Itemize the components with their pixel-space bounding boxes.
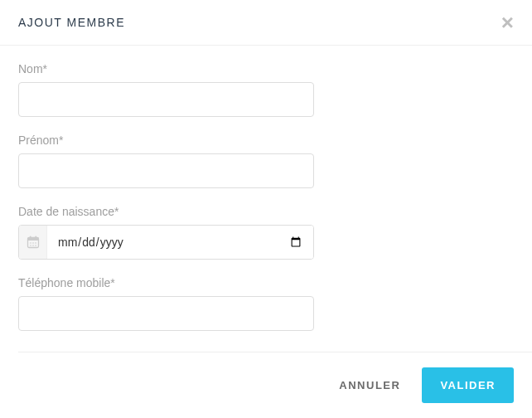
calendar-icon-svg [27, 236, 40, 249]
modal-body: Nom* Prénom* Date de naissance* [0, 46, 532, 356]
calendar-icon[interactable] [19, 226, 47, 259]
svg-rect-3 [35, 236, 36, 239]
phone-label: Téléphone mobile* [18, 276, 514, 289]
svg-point-6 [35, 242, 36, 244]
form-group-phone: Téléphone mobile* [18, 276, 514, 331]
form-group-date: Date de naissance* [18, 205, 514, 260]
submit-button[interactable]: VALIDER [422, 367, 514, 403]
svg-point-7 [30, 245, 31, 246]
modal-title: AJOUT MEMBRE [18, 16, 125, 29]
form-group-nom: Nom* [18, 62, 514, 117]
svg-point-8 [32, 245, 34, 246]
svg-rect-2 [30, 236, 31, 239]
svg-point-4 [30, 242, 31, 244]
nom-label: Nom* [18, 62, 514, 75]
prenom-input[interactable] [18, 153, 314, 188]
modal-header: AJOUT MEMBRE × [0, 0, 532, 46]
cancel-button[interactable]: ANNULER [334, 371, 405, 400]
nom-input[interactable] [18, 82, 314, 117]
form-group-prenom: Prénom* [18, 134, 514, 188]
modal-footer: ANNULER VALIDER [18, 352, 532, 418]
phone-input[interactable] [18, 296, 314, 331]
prenom-label: Prénom* [18, 134, 514, 147]
svg-point-9 [35, 245, 36, 246]
svg-rect-1 [27, 238, 38, 241]
svg-point-5 [32, 242, 34, 244]
date-label: Date de naissance* [18, 205, 514, 218]
date-input-wrapper [18, 225, 314, 260]
close-icon[interactable]: × [501, 12, 514, 33]
date-input[interactable] [47, 226, 313, 259]
